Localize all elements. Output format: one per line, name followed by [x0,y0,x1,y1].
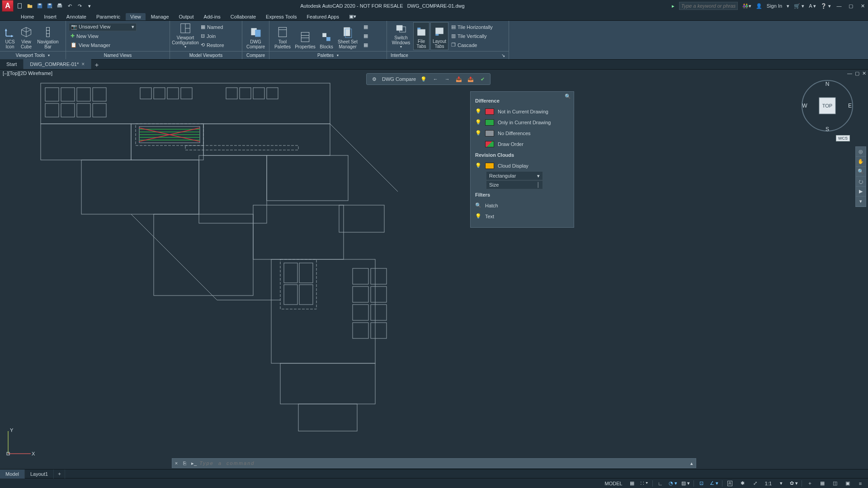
palette-extra-3[interactable]: ▦ [362,41,370,49]
draworder-swatch[interactable] [485,141,494,147]
tab-start[interactable]: Start [0,59,24,69]
new-icon[interactable] [16,2,24,9]
osnap-dd-icon[interactable]: ∠ ▾ [709,479,719,488]
restore-button[interactable]: ⟲Restore [199,41,226,49]
close-button[interactable]: ✕ [859,2,866,9]
tab-active-file[interactable]: DWG_COMPARE-01*× [24,59,91,69]
navbar-button[interactable]: Navigation Bar [35,22,61,50]
command-input[interactable] [197,460,688,466]
minimize-button[interactable]: — [835,2,843,9]
monitor-icon[interactable]: ＋ [805,479,815,488]
save-icon[interactable] [36,2,43,9]
add-tab-button[interactable]: ＋ [91,61,102,69]
grid-icon[interactable]: ▦ [627,479,637,488]
tab-insert[interactable]: Insert [39,13,61,20]
tab-home[interactable]: Home [16,13,38,20]
app-menu-button[interactable]: A [2,0,14,12]
search-input[interactable] [679,2,738,10]
tab-collaborate[interactable]: Collaborate [226,13,260,20]
blocks-button[interactable]: Blocks [317,22,335,50]
tab-parametric[interactable]: Parametric [92,13,125,20]
switch-windows-button[interactable]: Switch Windows▾ [390,22,412,50]
vp-minimize-icon[interactable]: — [847,70,852,76]
tile-vertically-button[interactable]: ▥Tile Vertically [449,32,495,40]
tab-overflow-icon[interactable]: ▣▾ [344,13,361,20]
drawing-viewport[interactable]: [–][Top][2D Wireframe] — ▢ ✕ [0,70,868,469]
red-swatch[interactable] [485,108,494,115]
add-layout-button[interactable]: ＋ [54,469,65,479]
green-swatch[interactable] [485,119,494,126]
view-dropdown[interactable]: 📷 Unsaved View▾ [69,23,137,31]
compare-settings-icon[interactable]: ⚙ [370,75,378,83]
undo-icon[interactable]: ↶ [66,2,73,9]
polar-icon[interactable]: ◔ ▾ [668,479,678,488]
hatch-toggle-icon[interactable]: 🔍 [475,202,481,209]
compare-bulb-icon[interactable]: 💡 [420,75,428,83]
tab-addins[interactable]: Add-ins [199,13,225,20]
viewport-label[interactable]: [–][Top][2D Wireframe] [3,70,52,76]
compare-accept-icon[interactable]: ✔ [478,75,486,83]
palette-extra-2[interactable]: ▦ [362,32,370,40]
ucs-icon[interactable]: Y X [4,427,35,459]
panel-pin-icon[interactable]: 🔍 [565,94,571,99]
nav-expand-icon[interactable]: ▾ [856,197,866,206]
nav-orbit-icon[interactable]: ⭮ [856,177,866,187]
new-view-button[interactable]: ✚New View [69,32,167,40]
text-toggle-icon[interactable]: 💡 [475,213,481,220]
snap-icon[interactable]: ⸬ ▾ [640,479,650,488]
command-line[interactable]: × ⎘ ▸_ ▴ [172,458,696,468]
workspace-icon[interactable]: ✿ ▾ [789,479,799,488]
gray-swatch[interactable] [485,130,494,136]
customize-status-icon[interactable]: ≡ [855,479,865,488]
cascade-button[interactable]: ❐Cascade [449,41,495,49]
compare-next-icon[interactable]: → [443,75,451,83]
status-model-label[interactable]: MODEL [603,481,624,486]
join-button[interactable]: ⊟Join [199,32,226,40]
file-tabs-toggle[interactable]: File Tabs [413,22,429,50]
vp-close-icon[interactable]: ✕ [862,70,866,76]
bulb-toggle[interactable]: 💡 [475,119,481,126]
tile-horizontally-button[interactable]: ▤Tile Horizontally [449,23,495,31]
compare-import-icon[interactable]: 📥 [455,75,463,83]
search-dropdown-icon[interactable]: 👫▾ [742,3,751,9]
plot-icon[interactable] [56,2,63,9]
help-icon[interactable]: ❔ ▾ [821,3,831,9]
cloud-shape-dropdown[interactable]: Rectangular▾ [486,171,543,180]
maximize-button[interactable]: ▢ [847,2,854,9]
tab-model[interactable]: Model [0,469,25,479]
cmd-customize-icon[interactable]: ⎘ [180,460,189,466]
clean-screen-icon[interactable]: ▣ [843,479,853,488]
ortho-icon[interactable]: ∟ [656,479,665,488]
tab-view[interactable]: View [126,13,146,20]
annotation-scale-icon[interactable]: 🄰 [725,479,735,488]
view-manager-button[interactable]: 📋View Manager [69,41,167,49]
tab-featuredapps[interactable]: Featured Apps [302,13,344,20]
tab-expresstools[interactable]: Express Tools [261,13,301,20]
panel-palettes[interactable]: Palettes [269,51,387,59]
bulb-toggle[interactable]: 💡 [475,163,481,169]
qat-dropdown-icon[interactable]: ▾ [86,2,93,9]
bulb-toggle[interactable]: 💡 [475,130,481,136]
palette-extra-1[interactable]: ▦ [362,23,370,31]
tool-palettes-button[interactable]: Tool Palettes [272,22,293,50]
redo-icon[interactable]: ↷ [76,2,83,9]
hardware-icon[interactable]: ▦ [817,479,827,488]
tab-output[interactable]: Output [175,13,198,20]
nav-wheel-icon[interactable]: ◎ [856,147,866,157]
tab-manage[interactable]: Manage [146,13,174,20]
saveas-icon[interactable] [46,2,53,9]
panel-viewport-tools[interactable]: Viewport Tools [0,51,66,59]
sign-in-link[interactable]: Sign In [767,3,782,9]
cmd-close-icon[interactable]: × [172,460,180,466]
viewcube[interactable]: TOP N S E W [800,79,854,133]
sheetset-button[interactable]: Sheet Set Manager [336,22,359,50]
isodraft-icon[interactable]: ▨ ▾ [681,479,691,488]
nav-zoom-icon[interactable]: 🔍 [856,167,866,177]
compare-export-icon[interactable]: 📤 [467,75,475,83]
wcs-badge[interactable]: WCS [836,135,850,141]
scale-dd-icon[interactable]: ▾ [776,479,786,488]
named-viewport-button[interactable]: ▦Named [199,23,226,31]
tab-layout1[interactable]: Layout1 [25,469,54,479]
dwg-compare-button[interactable]: DWG Compare [245,22,266,50]
cmd-recent-icon[interactable]: ▴ [688,460,696,466]
